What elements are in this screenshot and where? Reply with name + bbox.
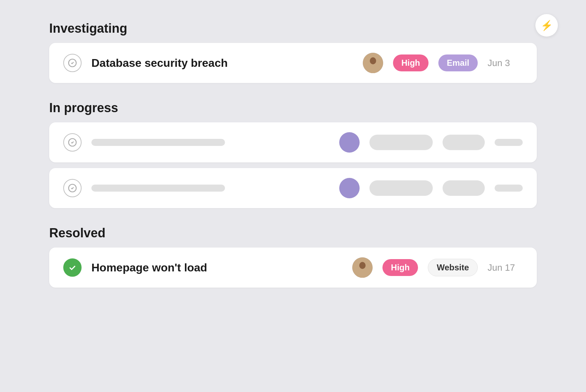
card-skeleton-1[interactable]: [49, 122, 537, 162]
badge-high-homepage: High: [382, 259, 418, 276]
section-title-investigating: Investigating: [49, 21, 537, 36]
item-title-homepage-load: Homepage won't load: [91, 261, 342, 274]
section-investigating: Investigating Database security breach H…: [49, 21, 537, 83]
skeleton-priority-2: [369, 180, 433, 196]
badge-email-database: Email: [438, 54, 478, 71]
badge-website-homepage: Website: [428, 259, 478, 276]
date-homepage-load: Jun 17: [488, 262, 523, 273]
skeleton-tag-1: [443, 135, 485, 150]
item-title-database-breach: Database security breach: [91, 57, 353, 70]
card-homepage-load[interactable]: Homepage won't load High Website Jun 17: [49, 248, 537, 288]
skeleton-avatar-2: [339, 178, 360, 198]
skeleton-tag-2: [443, 180, 485, 196]
skeleton-text-1: [91, 139, 225, 146]
check-icon-outline: [63, 54, 82, 72]
check-icon-skeleton-2: [63, 179, 82, 197]
lightning-icon: ⚡: [541, 20, 553, 31]
skeleton-date-1: [495, 139, 523, 146]
check-icon-resolved: [63, 258, 82, 277]
svg-rect-10: [357, 271, 368, 278]
sections-container: Investigating Database security breach H…: [49, 21, 537, 288]
check-icon-skeleton-1: [63, 133, 82, 152]
lightning-button[interactable]: ⚡: [535, 14, 558, 37]
avatar-homepage-load: [352, 257, 373, 278]
svg-point-8: [359, 262, 366, 269]
card-skeleton-2[interactable]: [49, 168, 537, 208]
skeleton-priority-1: [369, 135, 433, 150]
skeleton-date-2: [495, 185, 523, 192]
badge-high-database: High: [393, 54, 429, 71]
date-database-breach: Jun 3: [488, 58, 523, 69]
card-database-breach[interactable]: Database security breach High Email Jun …: [49, 43, 537, 83]
svg-rect-4: [367, 66, 379, 73]
section-title-resolved: Resolved: [49, 226, 537, 240]
section-title-in-progress: In progress: [49, 101, 537, 115]
skeleton-avatar-1: [339, 132, 360, 153]
section-in-progress: In progress: [49, 101, 537, 208]
skeleton-text-2: [91, 185, 225, 192]
section-resolved: Resolved Homepage won't load High Websit…: [49, 226, 537, 288]
avatar-database-breach: [363, 53, 383, 73]
svg-point-2: [370, 57, 376, 64]
